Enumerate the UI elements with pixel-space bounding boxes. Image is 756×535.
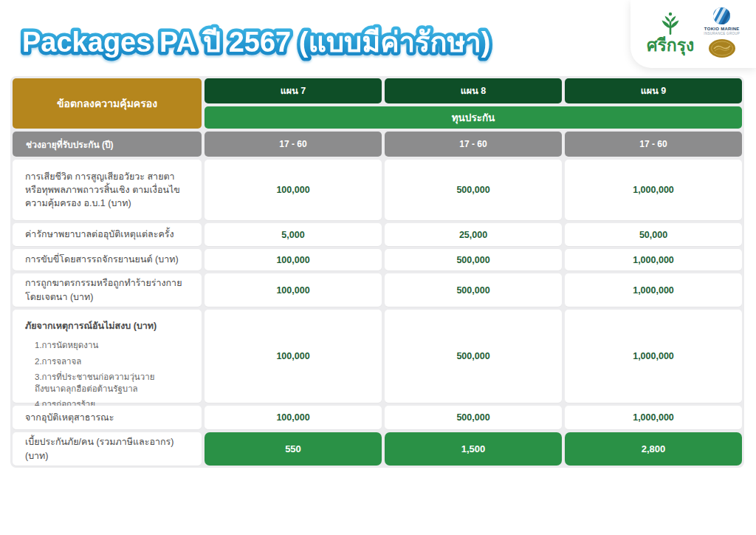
table-corner-header: ข้อตกลงความคุ้มครอง xyxy=(13,78,202,129)
benefit-value: 500,000 xyxy=(385,249,562,270)
benefit-label-text: ค่ารักษาพยาบาลต่ออุบัติเหตุแต่ละครั้ง xyxy=(25,228,174,241)
hazard-sub-item: 3.การที่ประชาชนก่อความวุ่นวาย ถึงขนาดลุก… xyxy=(35,372,154,395)
plan-8-header: แผน 8 xyxy=(385,78,562,103)
page-title: Packages PA ปี 2567 (แบบมีค่ารักษา) xyxy=(16,16,548,68)
page-title-text: Packages PA ปี 2567 (แบบมีค่ารักษา) xyxy=(22,27,490,58)
benefit-value: 1,000,000 xyxy=(565,406,742,429)
benefit-label-text: การขับขี่โดยสารรถจักรยานยนต์ (บาท) xyxy=(25,253,179,266)
benefit-label-text: การเสียชีวิต การสูญเสียอวัยวะ สายตา หรือ… xyxy=(25,170,180,210)
benefit-row-label: จากอุบัติเหตุสาธารณะ xyxy=(13,406,202,429)
benefit-value: 1,000,000 xyxy=(565,273,742,307)
benefit-value: 500,000 xyxy=(385,273,562,307)
srikrung-wordmark: ศรีกรุง xyxy=(647,37,694,54)
benefit-value: 1,000,000 xyxy=(565,310,742,403)
plan-9-header: แผน 9 xyxy=(565,78,742,103)
benefit-label-text: ภัยจากเหตุการณ์อันไม่สงบ (บาท) xyxy=(25,319,157,333)
benefit-label-text: การถูกฆาตรกรรมหรือถูกทำร้ายร่างกาย โดยเจ… xyxy=(25,276,182,303)
premium-value: 1,500 xyxy=(385,432,562,466)
benefit-value: 500,000 xyxy=(385,310,562,403)
tokio-marine-globe-icon xyxy=(712,7,731,25)
coverage-table: ข้อตกลงความคุ้มครอง แผน 7 แผน 8 แผน 9 ทุ… xyxy=(10,76,744,468)
tokio-marine-logo: TOKIO MARINE INSURANCE GROUP xyxy=(704,7,740,58)
benefit-value: 500,000 xyxy=(385,160,562,220)
benefit-value: 100,000 xyxy=(205,273,382,307)
hazard-sub-item: 1.การนัดหยุดงาน xyxy=(35,340,98,352)
age-range-value: 17 - 60 xyxy=(565,132,742,157)
benefit-value: 5,000 xyxy=(205,223,382,246)
premium-value: 2,800 xyxy=(565,432,742,466)
benefit-value: 100,000 xyxy=(205,160,382,220)
benefit-row-label: การถูกฆาตรกรรมหรือถูกทำร้ายร่างกาย โดยเจ… xyxy=(13,273,202,307)
premium-value: 550 xyxy=(205,432,382,466)
age-range-value: 17 - 60 xyxy=(205,132,382,157)
benefit-row-label: การเสียชีวิต การสูญเสียอวัยวะ สายตา หรือ… xyxy=(13,160,202,220)
srikrung-logo: ศรีกรุง xyxy=(647,12,694,54)
benefit-value: 1,000,000 xyxy=(565,249,742,270)
benefit-row-label: ค่ารักษาพยาบาลต่ออุบัติเหตุแต่ละครั้ง xyxy=(13,223,202,246)
plan-7-header: แผน 7 xyxy=(205,78,382,103)
benefit-value: 1,000,000 xyxy=(565,160,742,220)
benefit-value: 100,000 xyxy=(205,249,382,270)
hazard-sub-item: 2.การจลาจล xyxy=(35,356,81,368)
sum-insured-header: ทุนประกัน xyxy=(205,106,742,129)
age-range-value: 17 - 60 xyxy=(385,132,562,157)
benefit-value: 25,000 xyxy=(385,223,562,246)
tokio-marine-wordmark: TOKIO MARINE xyxy=(704,27,740,31)
rice-sprout-icon xyxy=(658,12,683,35)
brand-logo-card: ศรีกรุง TOKIO MARINE INSURANCE GROUP xyxy=(630,0,756,68)
benefit-row-label: เบี้ยประกันภัย/คน (รวมภาษีและอากร) (บาท) xyxy=(13,432,202,466)
tokio-marine-subtitle: INSURANCE GROUP xyxy=(704,32,740,35)
gold-emblem-icon xyxy=(708,38,736,58)
benefit-value: 500,000 xyxy=(385,406,562,429)
benefit-label-text: จากอุบัติเหตุสาธารณะ xyxy=(25,411,114,424)
benefit-label-text: เบี้ยประกันภัย/คน (รวมภาษีและอากร) (บาท) xyxy=(25,435,194,462)
page-title-svg: Packages PA ปี 2567 (แบบมีค่ารักษา) xyxy=(16,16,548,68)
benefit-value: 50,000 xyxy=(565,223,742,246)
benefit-value: 100,000 xyxy=(205,406,382,429)
age-range-label: ช่วงอายุที่รับประกัน (ปี) xyxy=(13,132,202,157)
benefit-row-label: ภัยจากเหตุการณ์อันไม่สงบ (บาท)1.การนัดหย… xyxy=(13,310,202,403)
benefit-row-label: การขับขี่โดยสารรถจักรยานยนต์ (บาท) xyxy=(13,249,202,270)
benefit-value: 100,000 xyxy=(205,310,382,403)
